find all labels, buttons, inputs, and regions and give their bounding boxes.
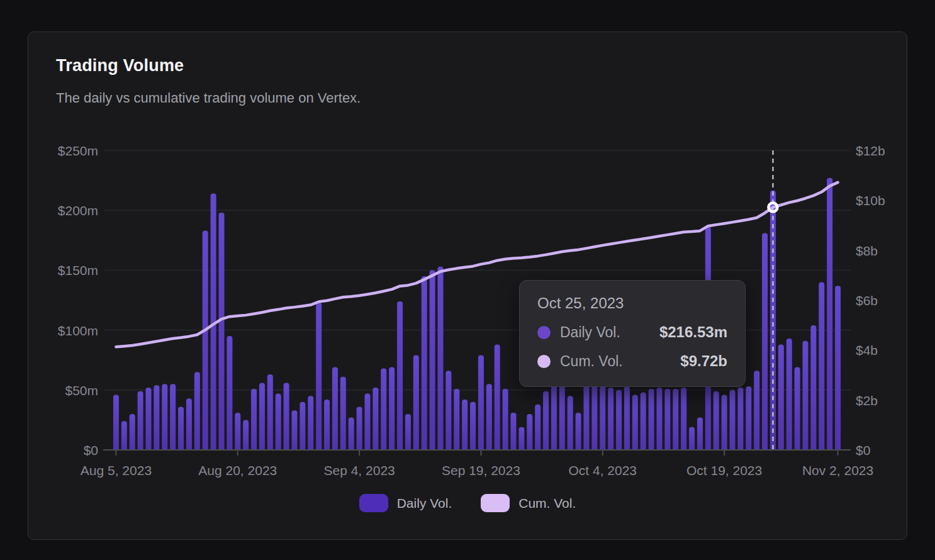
- daily-volume-bar[interactable]: [657, 388, 663, 450]
- daily-volume-bar[interactable]: [551, 384, 557, 450]
- daily-volume-bar[interactable]: [495, 344, 500, 450]
- daily-volume-bar[interactable]: [778, 344, 784, 450]
- daily-volume-bar[interactable]: [146, 388, 152, 450]
- daily-volume-bar[interactable]: [170, 384, 176, 450]
- x-axis-label: Aug 5, 2023: [81, 463, 152, 478]
- daily-volume-bar[interactable]: [511, 413, 517, 450]
- daily-volume-bar[interactable]: [714, 391, 719, 450]
- daily-volume-bar[interactable]: [787, 339, 792, 450]
- daily-volume-bar[interactable]: [300, 402, 305, 450]
- daily-volume-bar[interactable]: [689, 427, 695, 450]
- daily-volume-bar[interactable]: [730, 390, 736, 450]
- y-axis-left-label: $0: [84, 443, 98, 457]
- daily-volume-bar[interactable]: [697, 418, 703, 450]
- daily-volume-bar[interactable]: [316, 303, 322, 450]
- daily-volume-bar[interactable]: [438, 267, 444, 450]
- daily-volume-bar[interactable]: [664, 389, 670, 450]
- daily-volume-bar[interactable]: [527, 414, 532, 450]
- daily-volume-bar[interactable]: [754, 371, 759, 450]
- daily-volume-bar[interactable]: [227, 336, 232, 450]
- trading-volume-card: Trading Volume The daily vs cumulative t…: [28, 31, 907, 540]
- daily-volume-bar[interactable]: [413, 356, 419, 450]
- daily-volume-bar[interactable]: [835, 286, 841, 450]
- daily-volume-bar[interactable]: [186, 398, 192, 450]
- daily-volume-bar[interactable]: [762, 233, 768, 450]
- daily-volume-bar[interactable]: [470, 402, 476, 450]
- daily-volume-bar[interactable]: [251, 389, 257, 450]
- daily-volume-bar[interactable]: [819, 282, 824, 450]
- daily-volume-bar[interactable]: [681, 388, 686, 450]
- daily-volume-bar[interactable]: [113, 395, 119, 450]
- daily-volume-bar[interactable]: [308, 396, 313, 450]
- daily-volume-bar[interactable]: [259, 383, 265, 450]
- daily-volume-bar[interactable]: [219, 213, 225, 450]
- daily-volume-bar[interactable]: [746, 386, 751, 450]
- daily-volume-bar[interactable]: [381, 369, 386, 450]
- legend-item-daily[interactable]: Daily Vol.: [359, 494, 452, 512]
- tooltip-daily-label: Daily Vol.: [560, 324, 620, 341]
- daily-volume-bar[interactable]: [138, 391, 143, 450]
- daily-volume-bar[interactable]: [162, 384, 167, 450]
- tooltip-date: Oct 25, 2023: [537, 294, 727, 312]
- daily-volume-bar[interactable]: [121, 421, 127, 450]
- daily-volume-bar[interactable]: [810, 325, 816, 450]
- volume-chart[interactable]: $250m$200m$150m$100m$50m$0$12b$10b$8b$6b…: [28, 32, 908, 540]
- y-axis-left-label: $100m: [58, 323, 98, 338]
- daily-volume-bar[interactable]: [284, 383, 289, 450]
- daily-volume-bar[interactable]: [535, 405, 540, 450]
- daily-volume-bar[interactable]: [203, 231, 208, 450]
- daily-volume-bar[interactable]: [673, 389, 678, 450]
- y-axis-right-label: $0: [856, 443, 870, 457]
- daily-volume-bar[interactable]: [454, 389, 459, 450]
- daily-volume-bar[interactable]: [478, 356, 484, 450]
- daily-volume-bar[interactable]: [722, 395, 727, 450]
- daily-volume-bar[interactable]: [795, 367, 800, 450]
- daily-volume-bar[interactable]: [649, 389, 654, 450]
- daily-volume-bar[interactable]: [324, 400, 330, 450]
- daily-volume-bar[interactable]: [737, 388, 743, 450]
- daily-volume-bar[interactable]: [372, 388, 378, 450]
- daily-volume-bar[interactable]: [600, 384, 605, 450]
- daily-volume-bar[interactable]: [389, 367, 395, 450]
- daily-volume-bar[interactable]: [608, 388, 613, 450]
- daily-volume-bar[interactable]: [357, 406, 362, 450]
- daily-volume-bar[interactable]: [462, 400, 467, 450]
- daily-volume-bar[interactable]: [276, 394, 281, 450]
- daily-volume-bar[interactable]: [178, 406, 184, 450]
- daily-volume-bar[interactable]: [445, 371, 451, 450]
- daily-volume-bar[interactable]: [591, 381, 597, 450]
- daily-volume-bar[interactable]: [616, 390, 622, 450]
- daily-volume-bar[interactable]: [154, 385, 159, 450]
- daily-volume-bar[interactable]: [130, 414, 135, 450]
- daily-volume-bar[interactable]: [624, 386, 630, 450]
- daily-volume-bar[interactable]: [827, 178, 832, 450]
- daily-volume-bar[interactable]: [397, 301, 403, 450]
- daily-volume-bar[interactable]: [543, 391, 549, 450]
- daily-volume-bar[interactable]: [194, 372, 200, 450]
- daily-volume-bar[interactable]: [422, 276, 427, 450]
- daily-volume-bar[interactable]: [770, 191, 776, 450]
- daily-volume-bar[interactable]: [430, 270, 435, 450]
- y-axis-right-label: $2b: [856, 393, 878, 408]
- daily-volume-bar[interactable]: [641, 393, 646, 450]
- daily-volume-bar[interactable]: [584, 384, 590, 450]
- daily-volume-bar[interactable]: [340, 377, 346, 450]
- y-axis-left-label: $200m: [58, 203, 98, 218]
- daily-volume-bar[interactable]: [518, 427, 524, 450]
- daily-volume-bar[interactable]: [803, 341, 809, 450]
- daily-volume-bar[interactable]: [243, 420, 249, 450]
- daily-volume-bar[interactable]: [576, 413, 581, 450]
- daily-volume-bar[interactable]: [349, 418, 354, 450]
- daily-volume-bar[interactable]: [559, 378, 565, 450]
- daily-volume-bar[interactable]: [405, 414, 411, 450]
- daily-volume-bar[interactable]: [632, 395, 638, 450]
- daily-volume-bar[interactable]: [292, 410, 298, 450]
- legend-item-cum[interactable]: Cum. Vol.: [481, 494, 576, 512]
- daily-volume-bar[interactable]: [486, 384, 492, 450]
- daily-volume-bar[interactable]: [332, 367, 338, 450]
- daily-volume-bar[interactable]: [365, 394, 371, 450]
- daily-volume-bar[interactable]: [568, 396, 573, 450]
- daily-volume-bar[interactable]: [503, 389, 508, 450]
- daily-volume-bar[interactable]: [267, 374, 273, 450]
- daily-volume-bar[interactable]: [235, 413, 240, 450]
